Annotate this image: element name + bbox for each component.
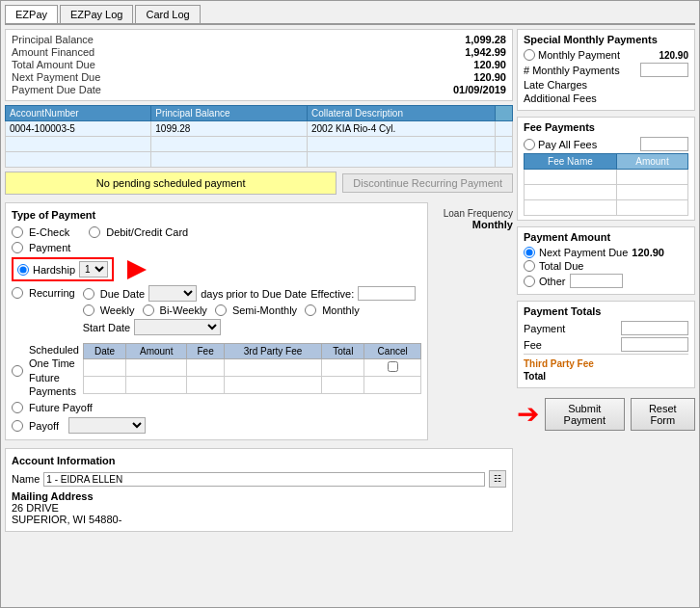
semi-monthly-option[interactable]: Semi-Monthly	[215, 304, 297, 316]
fee-payments-title: Fee Payments	[524, 121, 688, 133]
payment-status-row: No pending scheduled payment Discontinue…	[5, 172, 513, 195]
payment-due-date-label: Payment Due Date	[12, 84, 101, 95]
loan-frequency-section: Loan Frequency Monthly	[436, 202, 513, 230]
submit-payment-button[interactable]: Submit Payment	[545, 398, 625, 431]
days-prior-select[interactable]	[148, 285, 197, 302]
debit-option[interactable]: Debit/Credit Card	[89, 226, 188, 238]
fee-col-name: Fee Name	[525, 154, 617, 170]
tab-ezpay[interactable]: EZPay	[5, 5, 58, 23]
right-panel: Special Monthly Payments Monthly Payment…	[517, 29, 695, 532]
sched-3rdparty-1[interactable]	[224, 359, 322, 377]
start-date-select[interactable]	[134, 319, 221, 335]
main-window: EZPay EZPay Log Card Log Principal Balan…	[0, 0, 700, 608]
sched-cancel-1[interactable]	[364, 359, 421, 377]
next-payment-radio[interactable]	[524, 247, 535, 258]
bi-weekly-option[interactable]: Bi-Weekly	[143, 304, 207, 316]
future-payoff-option[interactable]: Future Payoff	[12, 402, 93, 413]
monthly-radio[interactable]	[305, 304, 316, 316]
pay-all-fees-option[interactable]: Pay All Fees	[524, 139, 597, 150]
pay-all-fees-radio[interactable]	[524, 139, 535, 150]
hardship-radio[interactable]	[17, 264, 29, 276]
start-date-label: Start Date	[83, 322, 131, 333]
total-due-label: Total Due	[539, 260, 583, 272]
fee-amount-3[interactable]	[616, 200, 687, 216]
grid-icon[interactable]: ☷	[489, 470, 506, 488]
days-prior-label: days prior to Due Date	[201, 288, 307, 300]
scheduled-section: Scheduled One Time Future Payments	[12, 341, 421, 398]
scheduled-radio[interactable]	[12, 365, 23, 377]
tab-card-log[interactable]: Card Log	[135, 5, 200, 23]
sched-date-2[interactable]	[84, 377, 126, 394]
weekly-radio[interactable]	[83, 304, 94, 316]
payoff-option[interactable]: Payoff	[12, 420, 59, 432]
sched-fee-2[interactable]	[187, 377, 224, 394]
monthly-payment-option[interactable]: Monthly Payment	[524, 49, 620, 61]
future-payoff-row: Future Payoff	[12, 402, 421, 413]
semi-monthly-radio[interactable]	[215, 304, 227, 316]
sched-amount-1[interactable]	[125, 359, 186, 377]
name-input[interactable]	[43, 472, 485, 487]
type-of-payment-title: Type of Payment	[12, 209, 421, 221]
recurring-radio[interactable]	[12, 287, 23, 299]
recurring-option[interactable]: Recurring	[12, 287, 75, 299]
sched-total-1[interactable]	[322, 359, 364, 377]
monthly-payment-row: Monthly Payment 120.90	[524, 49, 688, 61]
other-amount-input[interactable]	[570, 274, 623, 288]
scheduled-option[interactable]: Scheduled One Time Future Payments	[12, 343, 79, 398]
fee-name-2[interactable]	[525, 185, 617, 200]
sched-col-3rdparty: 3rd Party Fee	[224, 344, 322, 359]
bi-weekly-radio[interactable]	[143, 304, 154, 316]
principal-balance-label: Principal Balance	[12, 34, 94, 45]
sched-3rdparty-2[interactable]	[224, 377, 322, 394]
monthly-option[interactable]: Monthly	[305, 304, 360, 316]
total-amount-due-value: 120.90	[473, 59, 506, 70]
fee-total-input[interactable]	[621, 337, 688, 352]
pay-all-fees-input[interactable]	[640, 137, 688, 151]
total-due-radio[interactable]	[524, 260, 535, 272]
payment-total-input[interactable]	[621, 321, 688, 335]
other-radio[interactable]	[524, 276, 535, 287]
payoff-radio[interactable]	[12, 420, 23, 432]
sched-total-2[interactable]	[322, 377, 364, 394]
monthly-payment-label: Monthly Payment	[538, 49, 620, 61]
echeck-radio[interactable]	[12, 226, 23, 238]
due-date-option[interactable]: Due Date	[83, 288, 145, 300]
total-due-row: Total Due	[524, 260, 688, 272]
sched-date-1[interactable]	[84, 359, 126, 377]
mailing-address-label: Mailing Address	[12, 490, 506, 502]
sched-amount-2[interactable]	[125, 377, 186, 394]
fee-amount-1[interactable]	[616, 170, 687, 185]
fee-table: Fee Name Amount	[524, 153, 688, 216]
other-label: Other	[539, 276, 566, 287]
fee-row-3	[525, 200, 688, 216]
discontinue-recurring-button[interactable]: Discontinue Recurring Payment	[342, 173, 513, 193]
payment-label: Payment	[524, 323, 565, 334]
table-row[interactable]: 0004-100003-5 1099.28 2002 KIA Rio-4 Cyl…	[6, 121, 513, 137]
sched-col-cancel: Cancel	[364, 344, 421, 359]
num-monthly-input[interactable]	[640, 63, 688, 77]
sched-fee-1[interactable]	[187, 359, 224, 377]
echeck-option[interactable]: E-Check	[12, 226, 69, 238]
fee-amount-2[interactable]	[616, 185, 687, 200]
fee-name-1[interactable]	[525, 170, 617, 185]
payment-option[interactable]: Payment	[12, 242, 70, 253]
payment-radio[interactable]	[12, 242, 23, 253]
recurring-section: Recurring Due Date days prior to Due	[12, 285, 421, 335]
payoff-select[interactable]	[68, 417, 146, 434]
debit-radio[interactable]	[89, 226, 100, 238]
fee-name-3[interactable]	[525, 200, 617, 216]
weekly-option[interactable]: Weekly	[83, 304, 135, 316]
echeck-label: E-Check	[29, 226, 69, 238]
due-date-radio[interactable]	[83, 288, 94, 300]
hardship-select[interactable]: 1 2 3	[79, 261, 108, 278]
monthly-payment-radio[interactable]	[524, 49, 535, 61]
additional-fees-row: Additional Fees	[524, 93, 688, 104]
reset-form-button[interactable]: Reset Form	[631, 398, 695, 431]
pay-all-fees-row: Pay All Fees	[524, 137, 688, 151]
tab-ezpay-log[interactable]: EZPay Log	[60, 5, 133, 23]
future-payoff-radio[interactable]	[12, 402, 23, 413]
effective-date-input[interactable]	[358, 286, 416, 301]
scheduled-label: Scheduled One Time Future Payments	[29, 343, 79, 398]
debit-label: Debit/Credit Card	[106, 226, 188, 238]
fee-label: Fee	[524, 339, 542, 351]
